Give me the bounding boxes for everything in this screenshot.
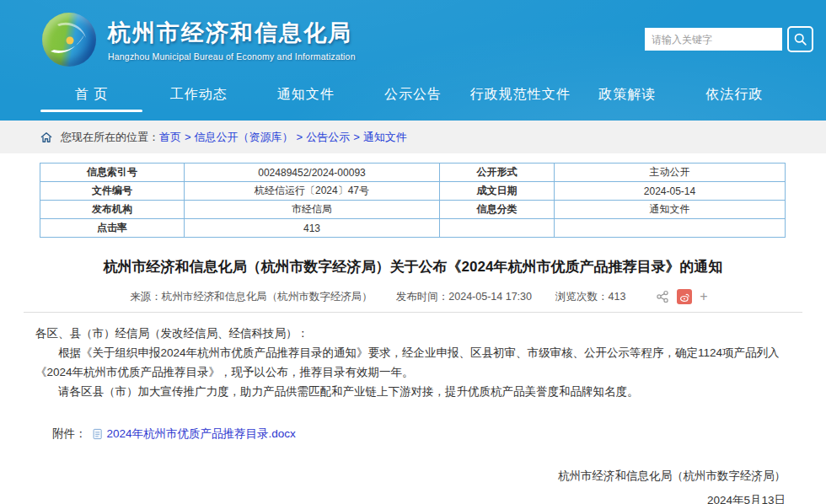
attachment-row: 附件： 2024年杭州市优质产品推荐目录.docx <box>0 426 826 442</box>
meta-views: 浏览次数：413 <box>555 290 625 304</box>
click-rate-value: 413 <box>185 219 440 238</box>
article-meta: 来源：杭州市经济和信息化局（杭州市数字经济局） 发布时间：2024-05-14 … <box>0 289 826 304</box>
active-tab-indicator <box>40 110 142 112</box>
salutation-paragraph: 各区、县（市）经信局（发改经信局、经信科技局）： <box>35 324 791 343</box>
nav-item-label: 行政规范性文件 <box>470 86 571 104</box>
click-rate-label: 点击率 <box>40 219 185 238</box>
table-row: 点击率 413 <box>40 219 786 238</box>
info-index-value: 002489452/2024-00093 <box>185 164 440 182</box>
nav-item-regulatory-documents[interactable]: 行政规范性文件 <box>467 78 574 121</box>
breadcrumb-link-home[interactable]: 首页 <box>159 130 181 145</box>
breadcrumb-separator: > <box>297 131 303 143</box>
file-number-value: 杭经信运行〔2024〕47号 <box>185 182 440 201</box>
disclosure-form-value: 主动公开 <box>555 164 786 182</box>
issuing-agency-label: 发布机构 <box>40 201 185 219</box>
signature-block: 杭州市经济和信息化局（杭州市数字经济局） 2024年5月13日 <box>0 464 826 504</box>
meta-publish-time: 发布时间：2024-05-14 17:30 <box>396 290 532 304</box>
breadcrumb-label: 您现在所在的位置： <box>61 130 159 145</box>
empty-cell <box>555 219 786 238</box>
article-body: 各区、县（市）经信局（发改经信局、经信科技局）： 根据《关于组织申报2024年杭… <box>0 313 826 401</box>
document-icon <box>92 428 104 440</box>
signature-date: 2024年5月13日 <box>0 488 786 504</box>
more-share-icon[interactable]: + <box>700 290 707 303</box>
breadcrumb-separator: > <box>353 131 360 143</box>
site-header: 杭州市经济和信息化局 Hangzhou Municipal Bureau of … <box>0 0 826 78</box>
nav-item-label: 首 页 <box>75 86 108 104</box>
info-index-label: 信息索引号 <box>40 164 185 182</box>
logo-swoosh <box>42 13 96 67</box>
nav-item-policy-interpretation[interactable]: 政策解读 <box>574 78 681 121</box>
search-area <box>645 26 813 52</box>
table-row: 文件编号 杭经信运行〔2024〕47号 成文日期 2024-05-14 <box>40 182 786 201</box>
top-banner: 杭州市经济和信息化局 Hangzhou Municipal Bureau of … <box>0 0 826 121</box>
attachment-link[interactable]: 2024年杭州市优质产品推荐目录.docx <box>107 426 296 442</box>
disclosure-form-label: 公开形式 <box>440 164 555 182</box>
nav-item-label: 工作动态 <box>170 86 228 104</box>
nav-item-work-news[interactable]: 工作动态 <box>145 78 252 121</box>
site-title: 杭州市经济和信息化局 <box>108 18 356 48</box>
signature-org: 杭州市经济和信息化局（杭州市数字经济局） <box>0 464 786 488</box>
weibo-icon[interactable] <box>677 289 692 304</box>
nav-items: 首 页 工作动态 通知文件 公示公告 行政规范性文件 政策解读 <box>0 78 826 121</box>
agency-logo <box>42 13 96 67</box>
attachment-label: 附件： <box>52 426 87 442</box>
home-icon <box>40 131 53 144</box>
nav-item-notices[interactable]: 通知文件 <box>252 78 359 121</box>
site-subtitle: Hangzhou Municipal Bureau of Economy and… <box>108 51 356 62</box>
document-info-table: 信息索引号 002489452/2024-00093 公开形式 主动公开 文件编… <box>40 163 786 238</box>
issue-date-label: 成文日期 <box>440 182 555 201</box>
magnifier-icon <box>793 32 807 46</box>
breadcrumb: 您现在所在的位置： 首页 > 信息公开（资源库） > 公告公示 > 通知文件 <box>0 121 826 153</box>
search-button[interactable] <box>787 26 813 52</box>
nav-item-law-administration[interactable]: 依法行政 <box>681 78 788 121</box>
breadcrumb-link-notices[interactable]: 通知文件 <box>363 130 407 145</box>
nav-item-home[interactable]: 首 页 <box>38 78 145 121</box>
breadcrumb-separator: > <box>185 131 191 143</box>
nav-item-label: 通知文件 <box>277 86 335 104</box>
search-input[interactable] <box>645 28 782 51</box>
breadcrumb-link-announcements[interactable]: 公告公示 <box>306 130 350 145</box>
nav-item-label: 依法行政 <box>705 86 763 104</box>
article-title: 杭州市经济和信息化局（杭州市数字经济局）关于公布《2024年杭州市优质产品推荐目… <box>0 257 826 276</box>
empty-cell <box>440 219 555 238</box>
issuing-agency-value: 市经信局 <box>185 201 440 219</box>
meta-source: 来源：杭州市经济和信息化局（杭州市数字经济局） <box>130 290 373 304</box>
file-number-label: 文件编号 <box>40 182 185 201</box>
table-row: 信息索引号 002489452/2024-00093 公开形式 主动公开 <box>40 164 786 182</box>
table-row: 发布机构 市经信局 信息分类 通知文件 <box>40 201 786 219</box>
share-icon[interactable] <box>656 290 669 303</box>
breadcrumb-link-info-disclosure[interactable]: 信息公开（资源库） <box>195 130 293 145</box>
nav-item-label: 公示公告 <box>384 86 442 104</box>
issue-date-value: 2024-05-14 <box>555 182 786 201</box>
share-toolbar: + <box>656 289 707 304</box>
body-paragraph: 请各区县（市）加大宣传推广力度，助力产品供需匹配和产业链上下游对接，提升优质杭产… <box>35 382 791 401</box>
brand-block: 杭州市经济和信息化局 Hangzhou Municipal Bureau of … <box>108 18 356 62</box>
main-navigation: 首 页 工作动态 通知文件 公示公告 行政规范性文件 政策解读 <box>0 78 826 121</box>
nav-item-label: 政策解读 <box>598 86 656 104</box>
info-category-label: 信息分类 <box>440 201 555 219</box>
nav-item-announcements[interactable]: 公示公告 <box>359 78 466 121</box>
info-category-value: 通知文件 <box>555 201 786 219</box>
body-paragraph: 根据《关于组织申报2024年杭州市优质产品推荐目录的通知》要求，经企业申报、区县… <box>35 343 791 382</box>
